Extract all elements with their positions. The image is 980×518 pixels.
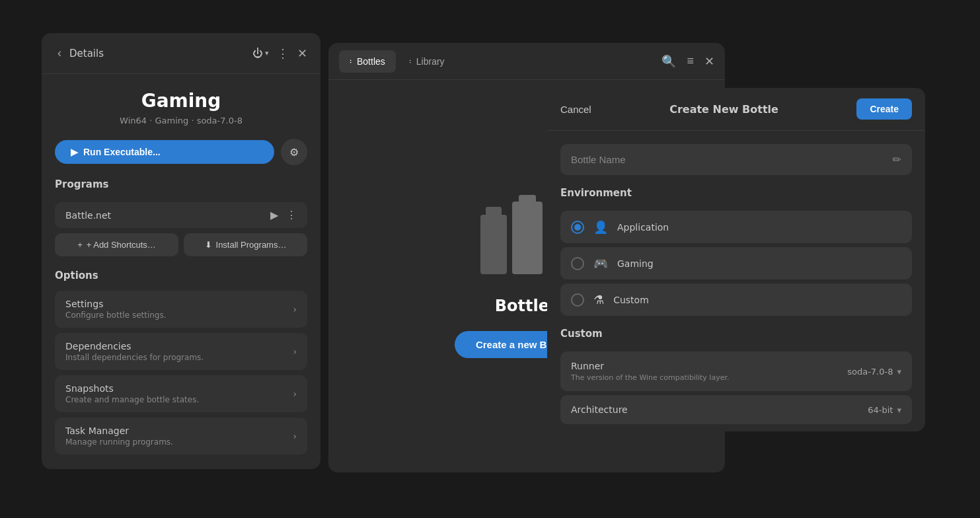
cancel-button[interactable]: Cancel [560,104,591,115]
bottle-name-input[interactable] [571,154,893,165]
power-icon: ⏻ [252,48,263,59]
settings-icon: ⚙ [289,146,299,159]
close-details-button[interactable]: ✕ [297,46,307,61]
power-button[interactable]: ⏻ ▾ [252,48,269,59]
svg-rect-2 [512,202,543,274]
bottle-settings-button[interactable]: ⚙ [281,139,307,165]
bottle-title-section: Gaming Win64 · Gaming · soda-7.0-8 [55,90,307,126]
env-option-gaming[interactable]: 🎮 Gaming [560,247,912,279]
details-panel: ‹ Details ⏻ ▾ ⋮ ✕ Gaming Win64 · Gaming … [42,33,320,469]
program-name: Battle.net [65,210,111,221]
settings-option-row[interactable]: Settings Configure bottle settings. › [55,291,307,328]
application-env-label: Application [617,222,669,233]
create-new-bottle-button[interactable]: Create [856,98,912,120]
env-radio-application-inner [574,224,581,231]
tab-bottles[interactable]: 𝄈 Bottles [339,50,396,73]
architecture-row[interactable]: Architecture 64-bit ▾ [560,395,912,424]
bottles-tab-icon: 𝄈 [350,56,352,67]
bottles-header-right: 🔍 ≡ ✕ [661,54,714,69]
runner-row-right: soda-7.0-8 ▾ [847,367,901,377]
power-dropdown-icon: ▾ [265,49,269,57]
custom-env-icon: ⚗ [593,293,604,307]
add-shortcuts-button[interactable]: + + Add Shortcuts… [55,233,178,256]
runner-value: soda-7.0-8 [847,367,893,377]
snapshots-option-title: Snapshots [65,383,199,394]
create-bottle-panel: Cancel Create New Bottle Create ✏ Enviro… [547,88,925,431]
programs-label: Programs [55,178,307,190]
settings-chevron-icon: › [293,304,297,314]
details-header-left: ‹ Details [55,44,104,63]
details-header: ‹ Details ⏻ ▾ ⋮ ✕ [42,33,320,74]
svg-rect-0 [480,215,507,274]
snapshots-chevron-icon: › [293,388,297,399]
bottles-tab-label: Bottles [357,56,385,67]
task-manager-option-title: Task Manager [65,426,173,436]
architecture-row-right: 64-bit ▾ [868,405,901,415]
details-panel-title: Details [69,48,104,59]
snapshots-option-content: Snapshots Create and manage bottle state… [65,383,199,404]
env-radio-gaming [571,257,584,270]
dependencies-option-title: Dependencies [65,341,204,352]
search-button[interactable]: 🔍 [661,54,676,69]
create-body: ✏ Environment 👤 Application 🎮 Gaming ⚗ C… [547,131,925,431]
programs-section: Programs Battle.net ▶ ⋮ + + Add Shortcut… [55,178,307,256]
bottle-name-input-row: ✏ [560,144,912,175]
menu-icon: ≡ [687,54,694,67]
menu-button[interactable]: ≡ [687,54,694,68]
program-row: Battle.net ▶ ⋮ [55,202,307,228]
architecture-dropdown-icon: ▾ [897,405,901,415]
install-programs-button[interactable]: ⬇ Install Programs… [184,233,307,256]
task-manager-option-subtitle: Manage running programs. [65,437,173,447]
library-tab-label: Library [416,56,445,67]
tab-library[interactable]: 𝄈 Library [398,50,455,73]
gaming-env-label: Gaming [617,258,654,269]
bottle-main-title: Gaming [55,90,307,112]
dependencies-option-row[interactable]: Dependencies Install dependencies for pr… [55,333,307,370]
env-option-application[interactable]: 👤 Application [560,211,912,243]
create-panel-title: Create New Bottle [669,103,778,116]
custom-env-label: Custom [613,295,649,305]
more-button[interactable]: ⋮ [277,46,289,61]
settings-option-subtitle: Configure bottle settings. [65,311,167,320]
task-manager-option-row[interactable]: Task Manager Manage running programs. › [55,418,307,455]
run-btn-label: Run Executable... [83,147,161,157]
svg-rect-1 [486,207,502,217]
back-button[interactable]: ‹ [55,44,64,63]
custom-label: Custom [560,328,912,340]
snapshots-option-row[interactable]: Snapshots Create and manage bottle state… [55,375,307,412]
library-tab-icon: 𝄈 [409,56,411,67]
install-programs-label: Install Programs… [216,240,287,250]
add-icon: + [77,240,83,250]
settings-option-content: Settings Configure bottle settings. [65,299,167,320]
gaming-env-icon: 🎮 [593,256,608,270]
run-executable-button[interactable]: ▶ Run Executable... [55,140,274,164]
program-buttons-row: + + Add Shortcuts… ⬇ Install Programs… [55,233,307,256]
program-play-button[interactable]: ▶ [270,209,278,221]
application-env-icon: 👤 [593,220,608,234]
details-body: Gaming Win64 · Gaming · soda-7.0-8 ▶ Run… [42,74,320,469]
env-option-custom[interactable]: ⚗ Custom [560,283,912,316]
env-radio-custom [571,293,584,307]
options-section: Options Settings Configure bottle settin… [55,270,307,457]
program-more-button[interactable]: ⋮ [286,209,297,221]
architecture-title: Architecture [571,404,628,415]
architecture-row-left: Architecture [571,404,628,415]
task-manager-chevron-icon: › [293,431,297,441]
runner-row[interactable]: Runner The version of the Wine compatibi… [560,352,912,391]
runner-title: Runner [571,361,729,371]
program-actions: ▶ ⋮ [270,209,297,221]
architecture-value: 64-bit [868,405,893,415]
play-icon: ▶ [71,147,78,157]
details-header-right: ⏻ ▾ ⋮ ✕ [252,46,307,61]
runner-dropdown-icon: ▾ [897,367,901,377]
dependencies-option-content: Dependencies Install dependencies for pr… [65,341,204,362]
close-bottles-button[interactable]: ✕ [704,54,714,69]
dependencies-option-subtitle: Install dependencies for programs. [65,353,204,362]
env-radio-application [571,221,584,234]
svg-rect-3 [519,195,536,205]
settings-option-title: Settings [65,299,167,309]
add-shortcuts-label: + Add Shortcuts… [87,240,156,250]
dependencies-chevron-icon: › [293,346,297,357]
options-label: Options [55,270,307,281]
task-manager-option-content: Task Manager Manage running programs. [65,426,173,447]
